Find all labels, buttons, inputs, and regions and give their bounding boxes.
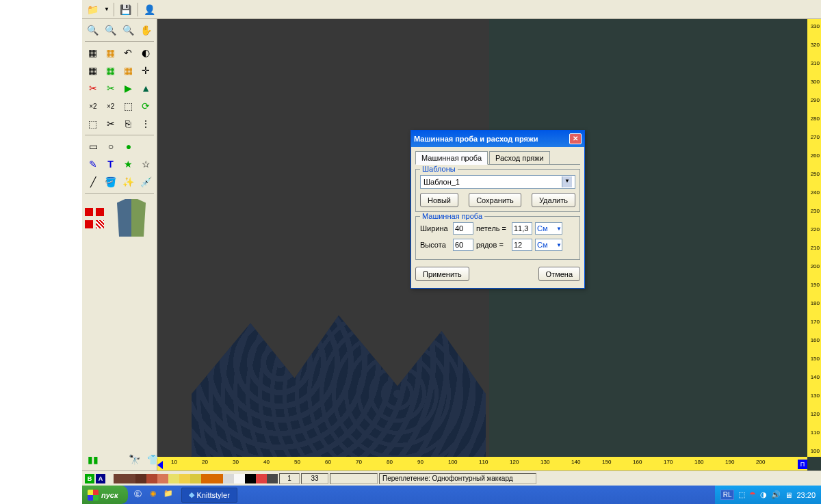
color-palette-bar: [114, 474, 278, 483]
color-swatch-4[interactable]: [96, 220, 104, 228]
tray-icon-4[interactable]: 🔊: [771, 490, 781, 499]
filled-circle-icon[interactable]: ●: [120, 138, 137, 155]
grid2-icon[interactable]: ▦: [103, 44, 119, 61]
tray-icon-3[interactable]: ◑: [760, 490, 767, 499]
tray-icon-2[interactable]: ☂: [749, 490, 756, 499]
grid-icon[interactable]: ▦: [85, 44, 101, 61]
height-input[interactable]: [453, 239, 473, 251]
color-chip[interactable]: [179, 474, 190, 483]
color-chip[interactable]: [125, 474, 135, 483]
zoom-in-icon[interactable]: 🔍: [85, 22, 101, 38]
select-icon[interactable]: ⬚: [120, 98, 137, 114]
scissors-icon[interactable]: ✂: [103, 116, 119, 132]
color-chip[interactable]: [245, 474, 256, 483]
tab-gauge[interactable]: Машинная проба: [415, 151, 488, 165]
color-chip[interactable]: [157, 474, 168, 483]
close-icon[interactable]: ✕: [569, 133, 582, 144]
x2b-icon[interactable]: ×2: [103, 98, 119, 114]
triangle-icon[interactable]: ▲: [138, 80, 154, 96]
star-icon[interactable]: ★: [120, 156, 137, 172]
vertical-ruler: 3303203103002902802702602502402302202102…: [807, 19, 821, 457]
language-indicator[interactable]: RL: [720, 490, 735, 500]
height-unit-dropdown[interactable]: См▼: [535, 239, 562, 251]
color-chip[interactable]: [267, 474, 278, 483]
width-cm-input[interactable]: [512, 222, 532, 235]
color-chip[interactable]: [114, 474, 125, 483]
cut-icon[interactable]: ✂: [85, 80, 101, 96]
colors-icon[interactable]: ▦: [120, 62, 137, 79]
user-icon[interactable]: 👤: [142, 2, 157, 17]
width-input[interactable]: [453, 222, 473, 235]
clock[interactable]: 23:20: [796, 491, 816, 499]
refresh-icon[interactable]: ⟳: [138, 98, 154, 114]
zoom-fit-icon[interactable]: 🔍: [120, 22, 137, 38]
hand-icon[interactable]: ✋: [138, 22, 154, 38]
color-chip[interactable]: [135, 474, 146, 483]
bars-icon[interactable]: ▮▮: [85, 451, 101, 468]
crosshair-icon[interactable]: ✛: [138, 62, 154, 79]
color-chip[interactable]: [234, 474, 245, 483]
tray-icon-1[interactable]: ⬚: [738, 490, 745, 499]
palette-icon[interactable]: ▦: [103, 62, 119, 79]
folder-icon[interactable]: 📁: [85, 2, 100, 17]
templates-fieldset: Шаблоны Шаблон_1 ▼ Новый Сохранить Удали…: [415, 169, 580, 212]
start-button[interactable]: пуск: [82, 486, 128, 504]
line-icon[interactable]: ╱: [85, 174, 101, 190]
eyedropper-icon[interactable]: 💉: [138, 174, 154, 190]
color-swatch-3[interactable]: [85, 220, 93, 228]
shape-icon[interactable]: ◐: [138, 44, 154, 61]
ie-icon[interactable]: Ⓔ: [132, 489, 144, 501]
dropdown-arrow-icon[interactable]: ▼: [104, 6, 109, 12]
cancel-button[interactable]: Отмена: [538, 267, 580, 281]
dialog-titlebar[interactable]: Машинная проба и расход пряжи ✕: [411, 131, 584, 147]
color-chip[interactable]: [223, 474, 234, 483]
color-chip[interactable]: [146, 474, 157, 483]
color-chip[interactable]: [168, 474, 179, 483]
color-chip[interactable]: [256, 474, 267, 483]
rect-icon[interactable]: ▭: [85, 138, 101, 155]
zoom-out-icon[interactable]: 🔍: [103, 22, 119, 38]
fill-icon[interactable]: 🪣: [103, 174, 119, 190]
new-button[interactable]: Новый: [420, 193, 458, 207]
taskbar: пуск Ⓔ ◉ 📁 ◆ Knittstyler RL ⬚ ☂ ◑ 🔊 🖥 23…: [82, 486, 821, 504]
binoculars-icon[interactable]: 🔭: [126, 451, 142, 468]
dots-icon[interactable]: ⋮: [138, 116, 154, 132]
wand-icon[interactable]: ✨: [120, 174, 137, 190]
height-label: Высота: [420, 241, 450, 249]
undo-icon[interactable]: ↶: [120, 44, 137, 61]
width-unit-dropdown[interactable]: См▼: [535, 222, 562, 235]
grid3-icon[interactable]: ▦: [85, 62, 101, 79]
delete-button[interactable]: Удалить: [532, 193, 575, 207]
color-chip[interactable]: [201, 474, 212, 483]
tray-icon-5[interactable]: 🖥: [785, 491, 792, 499]
folder2-icon[interactable]: 📁: [162, 489, 174, 501]
status-coord2: 33: [301, 473, 328, 484]
apply-button[interactable]: Применить: [415, 267, 469, 281]
template-dropdown[interactable]: Шаблон_1 ▼: [420, 175, 575, 189]
tab-yarn[interactable]: Расход пряжи: [489, 151, 550, 164]
av-icon[interactable]: ◉: [147, 489, 159, 501]
ruler-indicator-right[interactable]: П: [798, 460, 807, 469]
badge-b[interactable]: B: [85, 474, 94, 483]
badge-a[interactable]: A: [96, 474, 105, 483]
play-icon[interactable]: ▶: [120, 80, 137, 96]
copy-icon[interactable]: ⎘: [120, 116, 137, 132]
save-button[interactable]: Сохранить: [469, 193, 521, 207]
system-tray: RL ⬚ ☂ ◑ 🔊 🖥 23:20: [715, 486, 821, 504]
star2-icon[interactable]: ☆: [138, 156, 154, 172]
status-empty: [330, 473, 378, 484]
top-toolbar: 📁 ▼ 💾 👤: [82, 0, 821, 19]
x2-icon[interactable]: ×2: [85, 98, 101, 114]
taskbar-app[interactable]: ◆ Knittstyler: [181, 488, 237, 503]
color-chip[interactable]: [190, 474, 201, 483]
text-icon[interactable]: T: [103, 156, 119, 172]
height-cm-input[interactable]: [512, 239, 532, 251]
marquee-icon[interactable]: ⬚: [85, 116, 101, 132]
cut2-icon[interactable]: ✂: [103, 80, 119, 96]
color-swatch-2[interactable]: [96, 208, 104, 216]
circle-icon[interactable]: ○: [103, 138, 119, 155]
color-chip[interactable]: [212, 474, 223, 483]
pencil-icon[interactable]: ✎: [85, 156, 101, 172]
save-icon[interactable]: 💾: [118, 2, 133, 17]
color-swatch-1[interactable]: [85, 208, 93, 216]
